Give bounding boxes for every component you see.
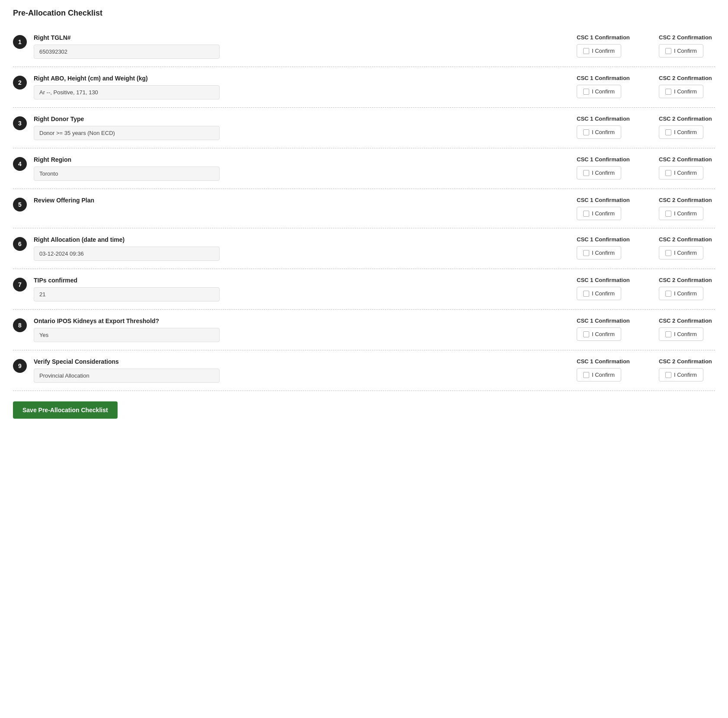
csc1-header-2: CSC 1 Confirmation [577, 75, 633, 81]
item-number-8: 8 [13, 318, 27, 332]
item-value-2: Ar --, Positive, 171, 130 [34, 85, 220, 99]
item-value-6: 03-12-2024 09:36 [34, 247, 220, 261]
item-label-9: Verify Special Considerations [34, 358, 559, 365]
csc1-confirm-label-5: I Confirm [592, 210, 615, 217]
csc1-confirm-label-7: I Confirm [592, 290, 615, 297]
csc1-group-1: CSC 1 ConfirmationI Confirm [577, 34, 633, 58]
csc1-group-2: CSC 1 ConfirmationI Confirm [577, 75, 633, 98]
csc2-confirm-label-4: I Confirm [674, 170, 697, 176]
csc2-header-4: CSC 2 Confirmation [659, 156, 715, 163]
csc1-confirm-label-8: I Confirm [592, 331, 615, 337]
item-confirmations-2: CSC 1 ConfirmationI ConfirmCSC 2 Confirm… [577, 75, 715, 98]
csc2-header-5: CSC 2 Confirmation [659, 197, 715, 203]
item-content-8: Ontario IPOS Kidneys at Export Threshold… [34, 317, 559, 342]
save-button[interactable]: Save Pre-Allocation Checklist [13, 401, 118, 419]
csc2-group-9: CSC 2 ConfirmationI Confirm [659, 358, 715, 381]
item-value-3: Donor >= 35 years (Non ECD) [34, 126, 220, 140]
csc1-confirm-label-2: I Confirm [592, 88, 615, 95]
csc1-confirm-label-1: I Confirm [592, 48, 615, 54]
csc2-confirm-label-5: I Confirm [674, 210, 697, 217]
checklist-item: 5Review Offering PlanCSC 1 ConfirmationI… [13, 189, 715, 228]
csc1-confirm-button-2[interactable]: I Confirm [577, 85, 621, 98]
item-confirmations-1: CSC 1 ConfirmationI ConfirmCSC 2 Confirm… [577, 34, 715, 58]
checklist-container: 1Right TGLN#650392302CSC 1 ConfirmationI… [13, 26, 715, 391]
item-content-7: TIPs confirmed21 [34, 277, 559, 301]
item-label-2: Right ABO, Height (cm) and Weight (kg) [34, 75, 559, 82]
item-content-2: Right ABO, Height (cm) and Weight (kg)Ar… [34, 75, 559, 99]
csc1-confirm-button-6[interactable]: I Confirm [577, 246, 621, 260]
csc1-confirm-button-7[interactable]: I Confirm [577, 287, 621, 300]
item-value-4: Toronto [34, 167, 220, 181]
csc2-checkbox-2 [665, 89, 671, 95]
csc2-checkbox-3 [665, 129, 671, 135]
csc2-checkbox-9 [665, 372, 671, 378]
csc1-header-4: CSC 1 Confirmation [577, 156, 633, 163]
csc1-header-3: CSC 1 Confirmation [577, 115, 633, 122]
checklist-item: 6Right Allocation (date and time)03-12-2… [13, 228, 715, 269]
csc2-confirm-label-6: I Confirm [674, 250, 697, 256]
item-confirmations-6: CSC 1 ConfirmationI ConfirmCSC 2 Confirm… [577, 236, 715, 260]
item-content-9: Verify Special ConsiderationsProvincial … [34, 358, 559, 383]
csc1-confirm-button-4[interactable]: I Confirm [577, 166, 621, 180]
csc1-group-8: CSC 1 ConfirmationI Confirm [577, 317, 633, 341]
item-content-5: Review Offering Plan [34, 197, 559, 207]
csc1-confirm-button-8[interactable]: I Confirm [577, 327, 621, 341]
csc2-checkbox-6 [665, 250, 671, 256]
item-label-8: Ontario IPOS Kidneys at Export Threshold… [34, 317, 559, 324]
item-confirmations-7: CSC 1 ConfirmationI ConfirmCSC 2 Confirm… [577, 277, 715, 300]
csc1-checkbox-5 [583, 211, 589, 217]
item-number-5: 5 [13, 198, 27, 212]
csc2-header-3: CSC 2 Confirmation [659, 115, 715, 122]
csc2-confirm-button-3[interactable]: I Confirm [659, 125, 703, 139]
checklist-item: 9Verify Special ConsiderationsProvincial… [13, 350, 715, 391]
csc2-confirm-button-6[interactable]: I Confirm [659, 246, 703, 260]
csc1-checkbox-8 [583, 331, 589, 337]
item-number-4: 4 [13, 157, 27, 171]
csc1-group-9: CSC 1 ConfirmationI Confirm [577, 358, 633, 381]
item-value-9: Provincial Allocation [34, 369, 220, 383]
csc1-header-5: CSC 1 Confirmation [577, 197, 633, 203]
csc2-checkbox-8 [665, 331, 671, 337]
csc2-checkbox-4 [665, 170, 671, 176]
csc2-confirm-label-1: I Confirm [674, 48, 697, 54]
csc2-group-2: CSC 2 ConfirmationI Confirm [659, 75, 715, 98]
csc1-confirm-button-9[interactable]: I Confirm [577, 368, 621, 381]
item-confirmations-5: CSC 1 ConfirmationI ConfirmCSC 2 Confirm… [577, 197, 715, 220]
csc2-group-6: CSC 2 ConfirmationI Confirm [659, 236, 715, 260]
csc2-confirm-button-8[interactable]: I Confirm [659, 327, 703, 341]
csc2-confirm-button-5[interactable]: I Confirm [659, 207, 703, 220]
item-label-6: Right Allocation (date and time) [34, 236, 559, 243]
csc2-group-5: CSC 2 ConfirmationI Confirm [659, 197, 715, 220]
csc2-group-3: CSC 2 ConfirmationI Confirm [659, 115, 715, 139]
item-label-5: Review Offering Plan [34, 197, 559, 204]
item-label-3: Right Donor Type [34, 115, 559, 122]
csc1-confirm-button-1[interactable]: I Confirm [577, 44, 621, 58]
csc2-confirm-button-4[interactable]: I Confirm [659, 166, 703, 180]
csc1-group-5: CSC 1 ConfirmationI Confirm [577, 197, 633, 220]
csc1-confirm-label-3: I Confirm [592, 129, 615, 135]
csc1-checkbox-1 [583, 48, 589, 54]
page-title: Pre-Allocation Checklist [13, 9, 715, 18]
csc2-group-4: CSC 2 ConfirmationI Confirm [659, 156, 715, 180]
csc2-confirm-button-2[interactable]: I Confirm [659, 85, 703, 98]
csc2-checkbox-1 [665, 48, 671, 54]
item-label-1: Right TGLN# [34, 34, 559, 41]
item-number-2: 2 [13, 76, 27, 90]
csc1-checkbox-9 [583, 372, 589, 378]
csc1-checkbox-4 [583, 170, 589, 176]
item-number-9: 9 [13, 359, 27, 373]
csc2-confirm-button-7[interactable]: I Confirm [659, 287, 703, 300]
checklist-item: 4Right RegionTorontoCSC 1 ConfirmationI … [13, 148, 715, 189]
csc1-confirm-button-5[interactable]: I Confirm [577, 207, 621, 220]
csc2-confirm-button-9[interactable]: I Confirm [659, 368, 703, 381]
csc2-header-1: CSC 2 Confirmation [659, 34, 715, 41]
csc1-group-6: CSC 1 ConfirmationI Confirm [577, 236, 633, 260]
csc1-confirm-button-3[interactable]: I Confirm [577, 125, 621, 139]
csc1-header-8: CSC 1 Confirmation [577, 317, 633, 324]
item-value-1: 650392302 [34, 45, 220, 59]
item-label-4: Right Region [34, 156, 559, 163]
csc2-group-1: CSC 2 ConfirmationI Confirm [659, 34, 715, 58]
item-confirmations-9: CSC 1 ConfirmationI ConfirmCSC 2 Confirm… [577, 358, 715, 381]
csc2-confirm-button-1[interactable]: I Confirm [659, 44, 703, 58]
csc1-checkbox-2 [583, 89, 589, 95]
